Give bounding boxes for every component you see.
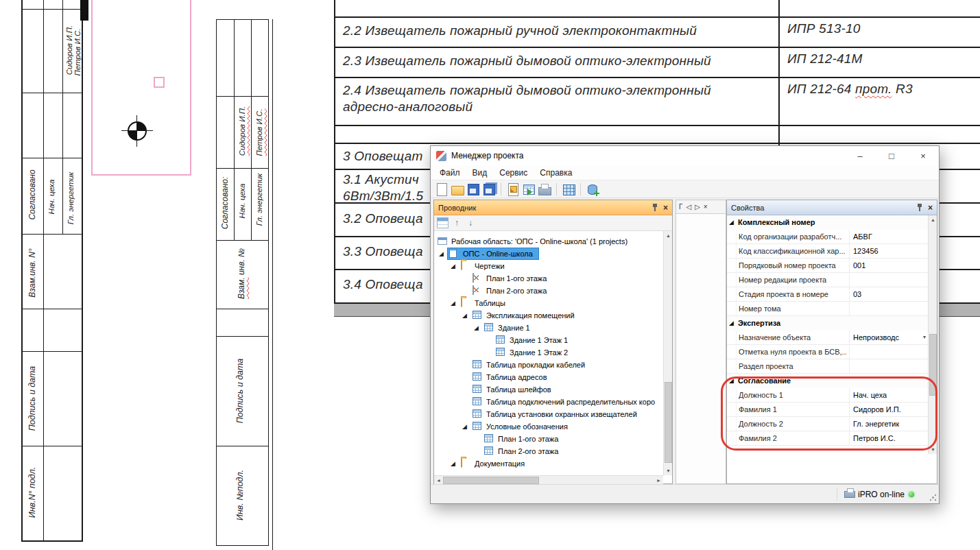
tree-item-label[interactable]: План 1-ого этажа [484,273,549,285]
pin-icon[interactable] [652,203,658,212]
new-document-icon[interactable] [435,182,449,196]
menu-help[interactable]: Справка [534,168,578,178]
dialog-titlebar[interactable]: Менеджер проекта – □ × [431,146,939,165]
tree-expander-icon[interactable]: ◢ [462,313,467,319]
tree-expander-icon[interactable]: ◢ [451,461,455,467]
tree-item-label[interactable]: Таблица установки охранных извещателей [484,409,639,420]
scroll-down-icon[interactable]: ▼ [664,466,673,475]
tree-item[interactable]: ◢Таблицы [434,297,664,309]
scrollbar-thumb[interactable] [443,477,539,484]
tree-item[interactable]: План 2-ого этажа [434,285,664,297]
save-icon[interactable] [466,182,480,196]
close-button[interactable]: × [907,146,939,165]
view-toggle-icon[interactable] [437,217,449,228]
tree-item-label[interactable]: Таблица шлейфов [484,384,553,396]
printer-icon[interactable] [844,491,855,498]
tree-item[interactable]: Таблица подключений распределительных ко… [434,396,664,408]
property-row[interactable]: Номер тома [727,302,928,316]
page-setup-icon[interactable] [506,182,520,196]
move-down-icon[interactable]: ↓ [465,217,476,228]
tree-item-label[interactable]: Таблица подключений распределительных ко… [484,396,657,408]
property-value[interactable]: АБВГ [853,232,872,241]
tree-vertical-scrollbar[interactable]: ▲ ▼ [663,231,672,475]
tree-item[interactable]: Здание 1 Этаж 2 [434,346,664,359]
resize-grip[interactable] [929,493,937,502]
scroll-up-icon[interactable]: ▲ [664,231,673,240]
save-all-icon[interactable] [482,182,496,196]
property-category[interactable]: ◢Экспертиза [727,316,928,331]
print-icon[interactable] [538,182,551,196]
property-row[interactable]: Порядковый номер проекта001 [727,259,928,273]
tree-item-label[interactable]: Документация [473,458,527,470]
tree-item[interactable]: План 1-ого этажа [434,433,664,445]
tree-item[interactable]: ◢Условные обозначения [434,420,664,433]
tree-item[interactable]: Таблица шлейфов [434,383,664,396]
tree-item-label[interactable]: Таблица адресов [484,372,549,383]
category-expander-icon[interactable]: ◢ [729,219,734,226]
property-value[interactable]: 03 [853,290,861,298]
property-row[interactable]: Отметка нуля проекта в БСВ,... [727,345,928,359]
category-expander-icon[interactable]: ◢ [729,320,734,326]
tree-expander-icon[interactable]: ◢ [462,424,467,430]
tree-item-label[interactable]: Здание 1 Этаж 1 [507,335,570,346]
property-row[interactable]: Стадия проекта в номере03 [727,287,928,302]
tree-item-label[interactable]: Таблицы [473,298,507,309]
tree-item-label[interactable]: Чертежи [473,261,507,272]
tree-item[interactable]: ◢Чертежи [434,260,664,272]
property-value[interactable]: 123456 [853,247,879,255]
tree-item-label[interactable]: План 2-ого этажа [484,285,549,297]
tab-prev-icon[interactable]: ◁ [686,203,691,211]
panel-close-icon[interactable]: × [928,204,933,212]
tree-item[interactable]: ◢Здание 1 [434,322,664,334]
tree-item[interactable]: ◢Экспликация помещений [434,309,664,322]
property-row[interactable]: Назначение объектаНепроизводс▾ [727,331,928,345]
tree-horizontal-scrollbar[interactable]: ◄ ► [434,475,663,484]
tree-item-label[interactable]: Здание 1 Этаж 2 [507,347,570,359]
tree-item-label[interactable]: Таблица прокладки кабелей [484,359,587,371]
property-value[interactable]: Непроизводс [853,333,899,342]
maximize-button[interactable]: □ [876,146,907,165]
property-row[interactable]: Код организации разработч...АБВГ [727,230,928,244]
tree-item[interactable]: Таблица адресов [434,371,664,383]
tree-item[interactable]: ◢Документация [434,457,664,470]
tree-item-label[interactable]: Экспликация помещений [484,310,577,322]
property-category[interactable]: ◢Комплексный номер [727,215,928,230]
move-up-icon[interactable]: ↑ [451,217,462,228]
document-partial-tab[interactable]: Г [679,203,682,211]
tree-item-label[interactable]: Рабочая область: 'ОПС - Online-школа' (1… [449,236,630,248]
tree-item-label[interactable]: Здание 1 [496,322,532,334]
explorer-panel-header[interactable]: Проводник × [434,200,672,215]
tab-close-icon[interactable]: × [704,203,708,211]
export-table-icon[interactable] [522,182,536,196]
property-row[interactable]: Раздел проекта [727,359,928,374]
panel-close-icon[interactable]: × [663,204,668,212]
tree-item[interactable]: План 1-ого этажа [434,272,664,285]
tree-item[interactable]: Таблица прокладки кабелей [434,359,664,371]
property-value[interactable]: 001 [853,261,865,270]
specification-icon[interactable] [562,182,575,196]
tree-expander-icon[interactable]: ◢ [451,300,455,307]
tree-item-label[interactable]: План 2-ого этажа [496,446,560,457]
tree-item[interactable]: Здание 1 Этаж 1 [434,334,664,346]
tree-item[interactable]: Рабочая область: 'ОПС - Online-школа' (1… [434,235,664,248]
scrollbar-thumb[interactable] [665,382,672,463]
combo-arrow-icon[interactable]: ▾ [923,334,926,340]
property-row[interactable]: Номер редакции проекта [727,273,928,287]
database-icon[interactable] [586,182,599,196]
menu-view[interactable]: Вид [466,168,494,178]
tree-item[interactable]: Таблица установки охранных извещателей [434,408,664,420]
tree-item[interactable]: План 2-ого этажа [434,445,664,457]
pin-icon[interactable] [916,203,923,212]
tree-item-label[interactable]: ОПС - Online-школа [461,248,535,260]
tree-expander-icon[interactable]: ◢ [439,251,444,257]
property-row[interactable]: Код классификационной хар...123456 [727,244,928,259]
tree-item-label[interactable]: План 1-ого этажа [496,433,560,445]
menu-file[interactable]: Файл [433,168,466,178]
scroll-up-icon[interactable]: ▲ [929,215,937,224]
tree-item-label[interactable]: Условные обозначения [484,421,570,433]
tree-expander-icon[interactable]: ◢ [474,325,479,331]
tree-expander-icon[interactable]: ◢ [451,263,455,270]
tab-next-icon[interactable]: ▷ [695,203,700,211]
open-project-icon[interactable] [451,182,464,196]
menu-service[interactable]: Сервис [493,168,534,178]
